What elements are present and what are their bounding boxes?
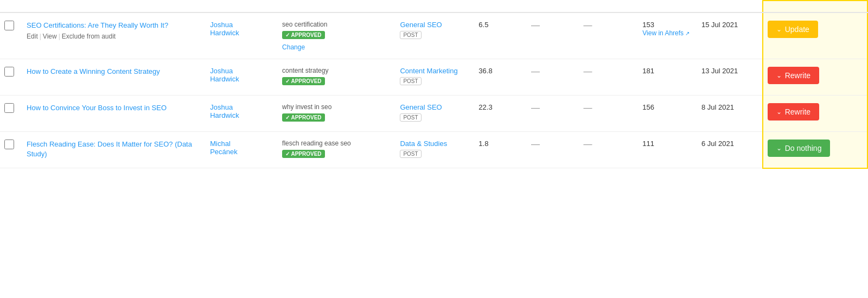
article-title-link[interactable]: How to Convince Your Boss to Invest in S… — [27, 103, 201, 113]
view-in-ahrefs-link[interactable]: View in Ahrefs ↗ — [642, 29, 690, 37]
author-link[interactable]: JoshuaHardwick — [210, 67, 239, 83]
suggestion-button[interactable]: ⌄ Update — [768, 21, 818, 38]
suggestion-button[interactable]: ⌄ Do nothing — [768, 140, 831, 157]
category-link[interactable]: General SEO — [400, 103, 470, 111]
header-organic-traffic[interactable] — [579, 1, 639, 12]
position-cell: 36.8 — [474, 59, 527, 96]
backlinks-cell: 153 View in Ahrefs ↗ — [638, 12, 697, 59]
header-suggestion — [763, 1, 867, 12]
post-type-badge: POST — [400, 113, 421, 122]
chevron-down-icon: ⌄ — [776, 26, 782, 33]
total-traffic-value: — — [531, 103, 540, 112]
header-position[interactable] — [474, 1, 527, 12]
approved-badge: ✓ APPROVED — [282, 31, 325, 39]
post-type-badge: POST — [400, 150, 421, 158]
date-value: 8 Jul 2021 — [701, 103, 734, 111]
total-traffic-value: — — [531, 67, 540, 76]
header-author — [206, 1, 278, 12]
organic-traffic-cell: — — [579, 132, 639, 168]
position-value: 36.8 — [478, 67, 492, 75]
organic-traffic-value: — — [584, 21, 592, 30]
table-row: How to Create a Winning Content Strategy… — [0, 59, 867, 96]
keyword-cell: flesch reading ease seo ✓ APPROVED — [278, 132, 395, 168]
author-cell: JoshuaHardwick — [206, 59, 278, 96]
post-type-badge: POST — [400, 31, 421, 39]
backlinks-value: 153 — [642, 21, 693, 29]
date-value: 15 Jul 2021 — [701, 21, 738, 29]
row-checkbox[interactable] — [4, 21, 14, 30]
title-cell: Flesch Reading Ease: Does It Matter for … — [22, 132, 206, 168]
total-traffic-value: — — [531, 21, 540, 30]
row-checkbox[interactable] — [4, 67, 14, 77]
approved-badge: ✓ APPROVED — [282, 113, 325, 122]
approved-badge: ✓ APPROVED — [282, 150, 325, 158]
row-checkbox[interactable] — [4, 103, 14, 113]
category-link[interactable]: General SEO — [400, 21, 470, 29]
approved-badge: ✓ APPROVED — [282, 77, 325, 85]
keyword-cell: why invest in seo ✓ APPROVED — [278, 96, 395, 132]
total-traffic-cell: — — [527, 12, 579, 59]
header-total-traffic[interactable] — [527, 1, 579, 12]
row-checkbox-cell — [0, 96, 22, 132]
suggestion-button[interactable]: ⌄ Rewrite — [768, 103, 819, 121]
author-cell: MichalPecánek — [206, 132, 278, 168]
title-cell: How to Convince Your Boss to Invest in S… — [22, 96, 206, 132]
row-checkbox-cell — [0, 59, 22, 96]
keyword-text: seo certification — [282, 21, 391, 28]
category-cell: Data & Studies POST — [395, 132, 474, 168]
post-type-badge: POST — [400, 77, 421, 85]
article-title-link[interactable]: SEO Certifications: Are They Really Wort… — [27, 21, 201, 30]
organic-traffic-cell: — — [579, 59, 639, 96]
total-traffic-cell: — — [527, 96, 579, 132]
keyword-text: why invest in seo — [282, 103, 391, 111]
date-value: 6 Jul 2021 — [701, 140, 734, 148]
header-backlinks[interactable] — [638, 1, 697, 12]
title-action-link[interactable]: View — [43, 33, 57, 40]
backlinks-cell: 156 — [638, 96, 697, 132]
date-cell: 15 Jul 2021 — [697, 12, 763, 59]
title-cell: SEO Certifications: Are They Really Wort… — [22, 12, 206, 59]
category-cell: General SEO POST — [395, 96, 474, 132]
position-value: 22.3 — [478, 103, 492, 111]
category-link[interactable]: Data & Studies — [400, 140, 470, 148]
total-traffic-cell: — — [527, 132, 579, 168]
category-cell: Content Marketing POST — [395, 59, 474, 96]
organic-traffic-value: — — [584, 140, 592, 149]
total-traffic-value: — — [531, 140, 540, 149]
title-action-link[interactable]: Exclude from audit — [62, 33, 116, 40]
row-checkbox[interactable] — [4, 140, 14, 149]
date-value: 13 Jul 2021 — [701, 67, 738, 75]
table-row: SEO Certifications: Are They Really Wort… — [0, 12, 867, 59]
date-cell: 13 Jul 2021 — [697, 59, 763, 96]
suggestion-cell: ⌄ Rewrite — [763, 59, 867, 96]
category-cell: General SEO POST — [395, 12, 474, 59]
article-title-link[interactable]: Flesch Reading Ease: Does It Matter for … — [27, 140, 201, 159]
chevron-down-icon: ⌄ — [776, 144, 782, 152]
header-title[interactable] — [22, 1, 206, 12]
category-link[interactable]: Content Marketing — [400, 67, 470, 75]
chevron-down-icon: ⌄ — [776, 108, 782, 116]
header-target-keywords[interactable] — [278, 1, 395, 12]
keyword-text: flesch reading ease seo — [282, 140, 391, 147]
backlinks-cell: 181 — [638, 59, 697, 96]
date-cell: 6 Jul 2021 — [697, 132, 763, 168]
keyword-text: content strategy — [282, 67, 391, 74]
change-keyword-link[interactable]: Change — [282, 43, 391, 51]
total-traffic-cell: — — [527, 59, 579, 96]
title-action-link[interactable]: Edit — [27, 33, 38, 40]
article-title-link[interactable]: How to Create a Winning Content Strategy — [27, 67, 201, 77]
table-row: How to Convince Your Boss to Invest in S… — [0, 96, 867, 132]
title-cell: How to Create a Winning Content Strategy — [22, 59, 206, 96]
table-row: Flesch Reading Ease: Does It Matter for … — [0, 132, 867, 168]
suggestion-cell: ⌄ Do nothing — [763, 132, 867, 168]
suggestion-button[interactable]: ⌄ Rewrite — [768, 67, 819, 84]
header-date — [697, 1, 763, 12]
author-link[interactable]: JoshuaHardwick — [210, 21, 239, 37]
backlinks-cell: 111 — [638, 132, 697, 168]
row-checkbox-cell — [0, 132, 22, 168]
backlinks-value: 181 — [642, 67, 693, 75]
date-cell: 8 Jul 2021 — [697, 96, 763, 132]
author-link[interactable]: MichalPecánek — [210, 140, 238, 156]
author-link[interactable]: JoshuaHardwick — [210, 103, 239, 119]
position-cell: 1.8 — [474, 132, 527, 168]
